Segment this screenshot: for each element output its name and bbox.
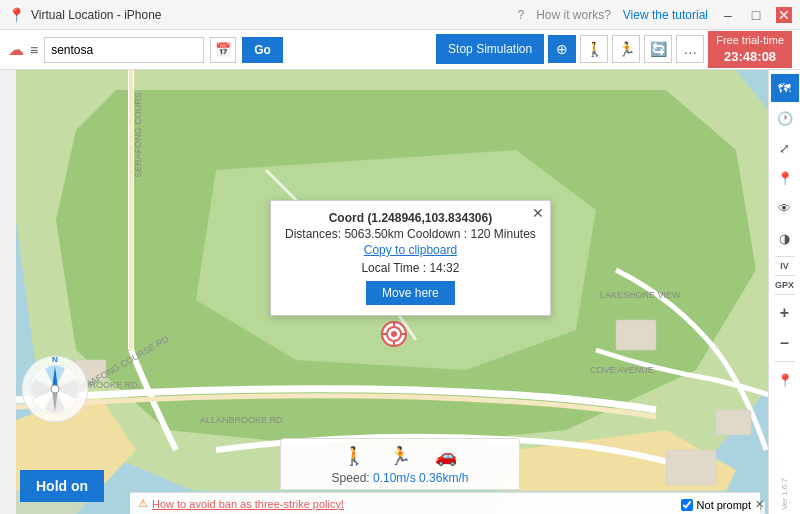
sidebar-divider-2: [775, 275, 795, 276]
speed-icons: 🚶 🏃 🚗: [301, 445, 499, 467]
svg-rect-10: [616, 320, 656, 350]
sidebar-toggle-button[interactable]: ◑: [771, 224, 799, 252]
popup-time-value: 14:32: [429, 261, 459, 275]
sidebar-iv-label[interactable]: IV: [780, 261, 789, 271]
svg-rect-12: [716, 410, 751, 435]
road-label-serafong-cours: SERAFONG COURS: [133, 92, 143, 178]
warning-bar: ⚠ How to avoid ban as three-strike polic…: [130, 492, 760, 514]
sidebar-pin-button[interactable]: 📍: [771, 164, 799, 192]
titlebar-left: 📍 Virtual Location - iPhone: [8, 7, 162, 23]
popup-copy-link[interactable]: Copy to clipboard: [285, 243, 536, 257]
menu-icon[interactable]: ≡: [30, 42, 38, 58]
popup-cooldown-label: Cooldown :: [407, 227, 467, 241]
gps-icon-button[interactable]: ⊕: [548, 35, 576, 63]
popup-time-label: Local Time :: [361, 261, 426, 275]
sidebar-gpx-label[interactable]: GPX: [775, 280, 794, 290]
map-container[interactable]: SERAFONG COURS SERAFONG COURSE RD ALLANB…: [0, 70, 800, 514]
run-speed-icon[interactable]: 🏃: [389, 445, 411, 467]
popup-coord-line: Coord (1.248946,103.834306): [285, 211, 536, 225]
run-mode-button[interactable]: 🏃: [612, 35, 640, 63]
location-popup: ✕ Coord (1.248946,103.834306) Distances:…: [270, 200, 551, 316]
trial-line1: Free trial-time: [716, 33, 784, 48]
speed-panel: 🚶 🏃 🚗 Speed: 0.10m/s 0.36km/h: [280, 438, 520, 490]
road-label-allanbrooke2: ALLANBROOKE RD.: [200, 415, 285, 425]
right-sidebar: 🗺 🕐 ⤢ 📍 👁 ◑ IV GPX + – 📍 Ver 1.6.7: [768, 70, 800, 514]
tutorial-link[interactable]: View the tutorial: [623, 8, 708, 22]
search-input[interactable]: [44, 37, 204, 63]
hold-on-button[interactable]: Hold on: [20, 470, 104, 502]
road-label-cove: COVE AVENUE: [590, 365, 654, 375]
maximize-button[interactable]: □: [748, 7, 764, 23]
help-label: How it works?: [536, 8, 611, 22]
sidebar-clock-button[interactable]: 🕐: [771, 104, 799, 132]
sidebar-map-button[interactable]: 🗺: [771, 74, 799, 102]
not-prompt-label: Not prompt: [697, 499, 751, 511]
svg-rect-11: [666, 450, 716, 485]
popup-close-button[interactable]: ✕: [532, 205, 544, 221]
popup-cooldown-value: 120 Minutes: [470, 227, 535, 241]
svg-point-25: [51, 385, 59, 393]
popup-dist-label: Distances:: [285, 227, 341, 241]
popup-coord-label: Coord: [329, 211, 364, 225]
speed-kmh-value: 0.36km/h: [419, 471, 468, 485]
sidebar-divider-1: [775, 256, 795, 257]
sidebar-divider-4: [775, 361, 795, 362]
trial-time: 23:48:08: [716, 48, 784, 66]
popup-coord-value: (1.248946,103.834306): [367, 211, 492, 225]
walk-speed-icon[interactable]: 🚶: [343, 445, 365, 467]
svg-text:N: N: [52, 355, 58, 364]
sidebar-plus-button[interactable]: +: [771, 299, 799, 327]
popup-dist-value: 5063.50km: [344, 227, 403, 241]
cloud-icon: ☁: [8, 40, 24, 59]
popup-time-line: Local Time : 14:32: [285, 261, 536, 275]
sidebar-divider-3: [775, 294, 795, 295]
stop-simulation-button[interactable]: Stop Simulation: [436, 34, 544, 64]
warning-icon: ⚠: [138, 497, 148, 510]
go-button[interactable]: Go: [242, 37, 283, 63]
move-here-button[interactable]: Move here: [366, 281, 455, 305]
cycle-mode-button[interactable]: 🔄: [644, 35, 672, 63]
titlebar: 📍 Virtual Location - iPhone ? How it wor…: [0, 0, 800, 30]
compass: N: [20, 354, 90, 424]
walk-mode-button[interactable]: 🚶: [580, 35, 608, 63]
calendar-button[interactable]: 📅: [210, 37, 236, 63]
speed-text: Speed: 0.10m/s 0.36km/h: [301, 471, 499, 485]
close-button[interactable]: ✕: [776, 7, 792, 23]
speed-label: Speed:: [332, 471, 370, 485]
toolbar-right: Stop Simulation ⊕ 🚶 🏃 🔄 … Free trial-tim…: [436, 31, 792, 69]
location-pin[interactable]: [380, 320, 408, 351]
sidebar-location-button[interactable]: 📍: [771, 366, 799, 394]
minimize-button[interactable]: –: [720, 7, 736, 23]
warning-link[interactable]: How to avoid ban as three-strike policy!: [152, 498, 344, 510]
titlebar-right: ? How it works? View the tutorial – □ ✕: [517, 7, 792, 23]
sidebar-eye-button[interactable]: 👁: [771, 194, 799, 222]
not-prompt-area: Not prompt ✕: [681, 498, 764, 511]
toolbar: ☁ ≡ 📅 Go Stop Simulation ⊕ 🚶 🏃 🔄 … Free …: [0, 30, 800, 70]
svg-point-16: [391, 331, 397, 337]
popup-dist-line: Distances: 5063.50km Cooldown : 120 Minu…: [285, 227, 536, 241]
sidebar-expand-button[interactable]: ⤢: [771, 134, 799, 162]
road-label-lakeshore: LAKESHORE VIEW: [600, 290, 681, 300]
not-prompt-checkbox[interactable]: [681, 499, 693, 511]
sidebar-minus-button[interactable]: –: [771, 329, 799, 357]
car-speed-icon[interactable]: 🚗: [435, 445, 457, 467]
sidebar-ver-label: Ver 1.6.7: [780, 478, 789, 510]
help-text: ?: [517, 8, 524, 22]
speed-ms-value: 0.10m/s: [373, 471, 416, 485]
trial-badge: Free trial-time 23:48:08: [708, 31, 792, 69]
app-icon: 📍: [8, 7, 25, 23]
not-prompt-close[interactable]: ✕: [755, 498, 764, 511]
app-title: Virtual Location - iPhone: [31, 8, 162, 22]
more-options-button[interactable]: …: [676, 35, 704, 63]
